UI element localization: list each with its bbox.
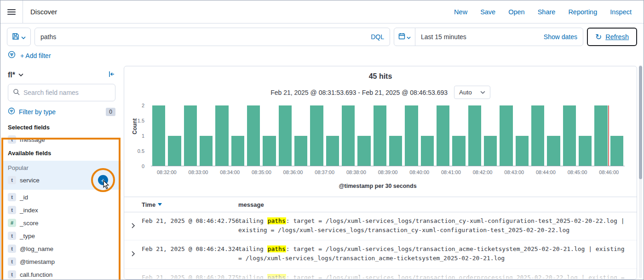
nav-link-new[interactable]: New [454, 8, 467, 16]
histogram-bar[interactable] [389, 136, 402, 166]
histogram-bar[interactable] [500, 105, 512, 166]
field-item-callfunction[interactable]: tcall.function [8, 268, 115, 280]
histogram-bar[interactable] [421, 136, 434, 166]
table-row: Feb 21, 2025 @ 08:46:42.756tailing paths… [124, 212, 637, 240]
x-tick-label: 08:40:00 [403, 169, 435, 175]
histogram-bar[interactable] [231, 136, 244, 166]
field-name: _id [20, 194, 28, 201]
histogram-bar[interactable] [437, 105, 449, 166]
expand-row-icon[interactable] [131, 246, 135, 263]
histogram-bar[interactable] [279, 105, 292, 166]
interval-select[interactable]: Auto [454, 86, 490, 99]
row-message: tailing paths: target = /logs/xuml-servi… [238, 216, 637, 235]
field-item-_type[interactable]: t_type [8, 229, 115, 242]
expand-row-icon[interactable] [131, 274, 135, 280]
histogram-bars [151, 105, 625, 166]
x-axis-label: @timestamp per 30 seconds [131, 183, 625, 189]
histogram-bar[interactable] [405, 105, 418, 166]
histogram-bar[interactable] [200, 136, 213, 166]
histogram-bar[interactable] [263, 136, 276, 166]
y-tick-label: 1.5 [138, 118, 144, 123]
index-pattern-selector[interactable]: fl* [8, 71, 23, 79]
histogram-bar[interactable] [594, 105, 607, 166]
query-input[interactable] [40, 33, 371, 41]
saved-query-button[interactable] [7, 28, 31, 46]
filter-icon[interactable] [8, 51, 16, 60]
top-header: Discover NewSaveOpenShareReportingInspec… [0, 0, 644, 23]
histogram-bar[interactable] [484, 136, 497, 166]
histogram-bar[interactable] [563, 105, 576, 166]
histogram-bar[interactable] [184, 105, 197, 166]
histogram-bar[interactable] [310, 105, 323, 166]
field-search-input[interactable] [23, 89, 110, 96]
add-filter-link[interactable]: + Add filter [20, 52, 51, 59]
x-axis-ticks: 08:32:0008:33:0008:34:0008:35:0008:36:00… [151, 169, 625, 175]
nav-link-inspect[interactable]: Inspect [610, 8, 632, 16]
highlighted-term: paths [267, 274, 286, 280]
histogram-bar[interactable] [452, 136, 465, 166]
query-bar: DQL Last 15 minutes Show dates ↻ Refresh [0, 23, 644, 50]
x-tick-label: 08:32:00 [151, 169, 183, 175]
refresh-button[interactable]: ↻ Refresh [587, 28, 637, 46]
y-tick-label: 0 [142, 163, 144, 169]
histogram-bar[interactable] [531, 105, 544, 166]
table-row: Feb 21, 2025 @ 08:46:20.775tailing paths… [124, 269, 637, 280]
histogram-bar[interactable] [610, 136, 623, 166]
calendar-button[interactable] [394, 28, 415, 46]
field-name: @log_name [20, 245, 53, 252]
doc-table-body: Feb 21, 2025 @ 08:46:42.756tailing paths… [124, 212, 637, 280]
search-icon [13, 88, 20, 97]
field-name: _score [20, 220, 39, 227]
nav-link-reporting[interactable]: Reporting [568, 8, 597, 16]
field-item-service[interactable]: t service + [8, 174, 115, 187]
nav-link-open[interactable]: Open [508, 8, 524, 16]
x-tick-label: 08:35:00 [246, 169, 277, 175]
field-item-message[interactable]: tmessage [8, 133, 115, 146]
histogram-bar[interactable] [547, 136, 560, 166]
y-tick-label: 2 [142, 103, 144, 108]
field-type-icon: t [8, 193, 16, 201]
query-language-button[interactable]: DQL [371, 33, 384, 41]
histogram-bar[interactable] [468, 105, 481, 166]
nav-link-save[interactable]: Save [480, 8, 495, 16]
histogram-bar[interactable] [579, 136, 592, 166]
row-message: tailing paths: target = /logs/xuml-servi… [238, 273, 637, 280]
histogram-bar[interactable] [342, 105, 355, 166]
hamburger-menu-icon[interactable] [0, 0, 23, 23]
message-column-header[interactable]: message [238, 201, 637, 208]
time-range-value[interactable]: Last 15 minutes [415, 33, 466, 41]
histogram-bar[interactable] [294, 136, 307, 166]
nav-link-share[interactable]: Share [538, 8, 556, 16]
field-item-_score[interactable]: #_score [8, 216, 115, 229]
scrollbar-thumb[interactable] [639, 66, 642, 179]
row-timestamp: Feb 21, 2025 @ 08:46:20.775 [142, 273, 238, 280]
main-panel: 45 hits Feb 21, 2025 @ 08:31:53.693 - Fe… [124, 66, 637, 280]
field-item-_id[interactable]: t_id [8, 191, 115, 204]
histogram-bar[interactable] [357, 136, 370, 166]
histogram-bar[interactable] [247, 105, 260, 166]
field-type-icon: t [8, 232, 16, 240]
field-type-icon: t [8, 270, 16, 279]
time-column-header[interactable]: Time [142, 201, 238, 208]
filter-count-badge: 0 [106, 108, 115, 116]
histogram-bar[interactable] [516, 136, 529, 166]
field-item-_index[interactable]: t_index [8, 204, 115, 216]
show-dates-link[interactable]: Show dates [544, 33, 583, 41]
chevron-down-icon [480, 91, 485, 94]
expand-row-icon[interactable] [131, 218, 135, 235]
page-title: Discover [30, 8, 57, 16]
selected-fields-heading: Selected fields [8, 120, 115, 133]
collapse-sidebar-icon[interactable] [108, 70, 115, 79]
chevron-down-icon [407, 34, 411, 41]
field-item-timestamp[interactable]: t@timestamp [8, 255, 115, 268]
histogram-bar[interactable] [326, 136, 339, 166]
histogram-bar[interactable] [168, 136, 181, 166]
field-item-log_name[interactable]: t@log_name [8, 242, 115, 255]
histogram-bar[interactable] [374, 105, 386, 166]
histogram-plot [151, 105, 625, 166]
add-field-button[interactable]: + [98, 175, 108, 185]
histogram-bar[interactable] [152, 105, 165, 166]
filter-by-type-button[interactable]: Filter by type 0 [8, 101, 115, 120]
table-header-row: Time message [124, 197, 637, 212]
histogram-bar[interactable] [215, 105, 228, 166]
